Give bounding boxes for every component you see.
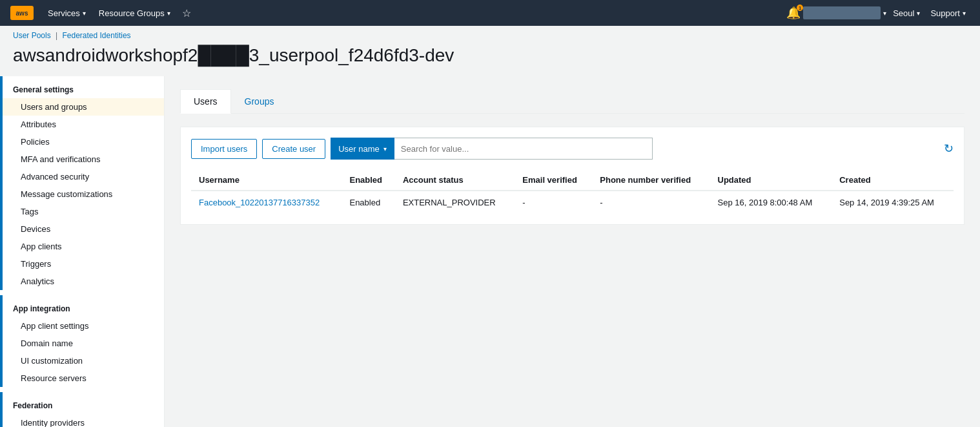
users-table: Username Enabled Account status Email ve… [191, 170, 954, 214]
support-label: Support [930, 8, 960, 18]
support-nav[interactable]: Support ▾ [926, 0, 970, 26]
cell-enabled: Enabled [342, 191, 394, 214]
sidebar-item-app-client-settings[interactable]: App client settings [0, 317, 164, 335]
region-chevron-icon: ▾ [917, 10, 920, 17]
page-title: awsandroidworkshopf2████3_userpool_f24d6… [0, 43, 980, 76]
services-nav[interactable]: Services ▾ [44, 0, 90, 26]
table-body: Facebook_10220137716337352 Enabled EXTER… [191, 191, 954, 214]
username-link[interactable]: Facebook_10220137716337352 [199, 198, 320, 207]
sidebar-item-policies[interactable]: Policies [0, 133, 164, 151]
col-enabled: Enabled [342, 170, 394, 191]
region-nav[interactable]: Seoul ▾ [889, 0, 924, 26]
sidebar-item-advanced-security[interactable]: Advanced security [0, 168, 164, 185]
search-by-label: User name [338, 144, 380, 154]
services-chevron-icon: ▾ [83, 10, 86, 17]
notification-badge: 1 [797, 5, 803, 11]
sidebar-item-message-customizations[interactable]: Message customizations [0, 185, 164, 203]
cell-username: Facebook_10220137716337352 [191, 191, 342, 214]
cell-created: Sep 14, 2019 4:39:25 AM [832, 191, 954, 214]
tabs: Users Groups [180, 89, 965, 114]
bookmarks-icon[interactable]: ☆ [182, 7, 191, 19]
account-name-bar [803, 6, 881, 19]
federation-section: Federation Identity providers Attribute … [0, 392, 164, 427]
col-phone-verified: Phone number verified [592, 170, 709, 191]
cell-phone-verified: - [592, 191, 709, 214]
account-nav[interactable]: ▾ [803, 6, 886, 19]
tab-users[interactable]: Users [180, 89, 231, 114]
account-chevron-icon: ▾ [883, 10, 886, 17]
sidebar-item-attributes[interactable]: Attributes [0, 116, 164, 133]
app-integration-blue-bar [0, 295, 3, 387]
col-created: Created [832, 170, 954, 191]
nav-right: 🔔 1 ▾ Seoul ▾ Support ▾ [786, 0, 970, 26]
import-users-button[interactable]: Import users [191, 139, 257, 159]
search-bar: User name ▾ [331, 138, 653, 160]
notifications-bell[interactable]: 🔔 1 [786, 6, 801, 20]
app-integration-section: App integration App client settings Doma… [0, 295, 164, 387]
federation-label: Federation [0, 392, 164, 414]
col-email-verified: Email verified [515, 170, 592, 191]
cell-updated: Sep 16, 2019 8:00:48 AM [710, 191, 832, 214]
sidebar-item-devices[interactable]: Devices [0, 220, 164, 238]
content-area: Users Groups Import users Create user Us… [165, 76, 980, 427]
table-header: Username Enabled Account status Email ve… [191, 170, 954, 191]
table-card: Import users Create user User name ▾ ↻ [180, 127, 965, 225]
sidebar-item-domain-name[interactable]: Domain name [0, 335, 164, 352]
cell-account-status: EXTERNAL_PROVIDER [395, 191, 515, 214]
col-updated: Updated [710, 170, 832, 191]
resource-groups-nav[interactable]: Resource Groups ▾ [95, 0, 174, 26]
refresh-button[interactable]: ↻ [944, 141, 954, 156]
col-account-status: Account status [395, 170, 515, 191]
aws-logo: aws [10, 6, 34, 20]
table-row: Facebook_10220137716337352 Enabled EXTER… [191, 191, 954, 214]
top-nav: aws Services ▾ Resource Groups ▾ ☆ 🔔 1 ▾… [0, 0, 980, 26]
search-input[interactable] [394, 138, 653, 160]
sidebar-item-triggers[interactable]: Triggers [0, 255, 164, 273]
federated-identities-link[interactable]: Federated Identities [63, 31, 131, 40]
col-username: Username [191, 170, 342, 191]
sidebar-item-app-clients[interactable]: App clients [0, 238, 164, 255]
sidebar: General settings Users and groups Attrib… [0, 76, 165, 427]
sidebar-item-users-and-groups[interactable]: Users and groups [0, 98, 164, 116]
support-chevron-icon: ▾ [963, 10, 966, 17]
resource-groups-chevron-icon: ▾ [167, 10, 170, 17]
create-user-button[interactable]: Create user [262, 139, 325, 159]
tab-groups[interactable]: Groups [231, 89, 288, 114]
sidebar-item-tags[interactable]: Tags [0, 203, 164, 220]
sidebar-item-mfa[interactable]: MFA and verifications [0, 151, 164, 168]
cell-email-verified: - [515, 191, 592, 214]
main-layout: General settings Users and groups Attrib… [0, 76, 980, 427]
search-by-chevron-icon: ▾ [383, 145, 387, 152]
toolbar-left: Import users Create user User name ▾ [191, 138, 653, 160]
breadcrumb: User Pools | Federated Identities [0, 26, 980, 43]
general-settings-section: General settings Users and groups Attrib… [0, 76, 164, 290]
aws-logo-box: aws [10, 6, 34, 20]
sidebar-item-resource-servers[interactable]: Resource servers [0, 370, 164, 387]
breadcrumb-separator: | [56, 31, 57, 40]
sidebar-item-ui-customization[interactable]: UI customization [0, 352, 164, 370]
toolbar: Import users Create user User name ▾ ↻ [191, 138, 954, 160]
sidebar-item-analytics[interactable]: Analytics [0, 273, 164, 290]
search-by-select[interactable]: User name ▾ [331, 138, 394, 160]
general-settings-label: General settings [0, 76, 164, 98]
general-settings-blue-bar [0, 76, 3, 290]
app-integration-label: App integration [0, 295, 164, 317]
resource-groups-label: Resource Groups [99, 8, 165, 18]
user-pools-link[interactable]: User Pools [13, 31, 51, 40]
federation-blue-bar [0, 392, 3, 427]
services-label: Services [48, 8, 80, 18]
sidebar-item-identity-providers[interactable]: Identity providers [0, 414, 164, 427]
region-label: Seoul [893, 8, 914, 18]
